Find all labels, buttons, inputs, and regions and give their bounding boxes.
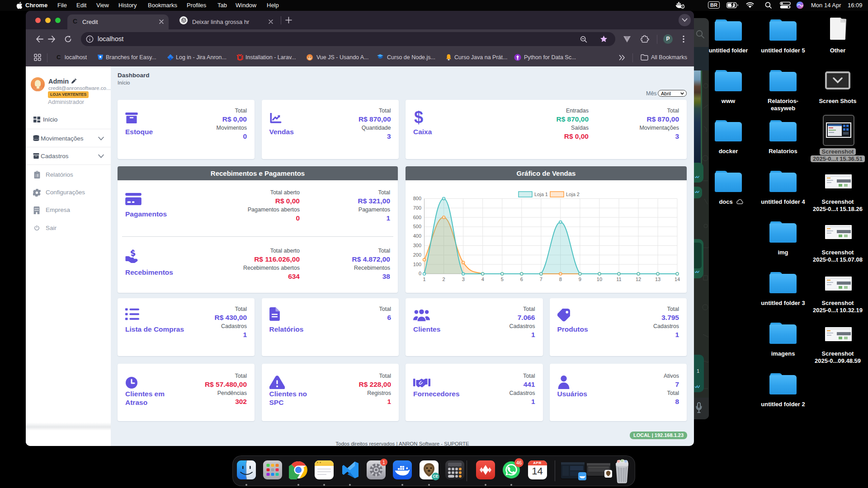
svg-text:8: 8 <box>559 277 562 282</box>
svg-text:14: 14 <box>675 277 680 282</box>
svg-text:Loja 2: Loja 2 <box>566 192 580 197</box>
svg-text:Loja 1: Loja 1 <box>534 192 548 197</box>
svg-text:3: 3 <box>462 277 465 282</box>
svg-text:5: 5 <box>501 277 504 282</box>
svg-text:1: 1 <box>423 277 425 282</box>
svg-text:6: 6 <box>520 277 523 282</box>
svg-text:400: 400 <box>413 233 421 239</box>
svg-text:500: 500 <box>413 224 421 229</box>
svg-text:9: 9 <box>579 277 581 282</box>
svg-text:11: 11 <box>616 277 621 282</box>
svg-text:300: 300 <box>413 243 421 248</box>
svg-text:600: 600 <box>413 215 421 220</box>
svg-text:12: 12 <box>636 277 641 282</box>
svg-text:13: 13 <box>655 277 660 282</box>
svg-text:2: 2 <box>443 277 445 282</box>
svg-text:700: 700 <box>413 205 421 211</box>
svg-text:4: 4 <box>481 277 484 282</box>
svg-text:200: 200 <box>413 252 421 258</box>
svg-text:10: 10 <box>597 277 602 282</box>
svg-text:0: 0 <box>419 271 421 276</box>
svg-text:800: 800 <box>413 196 421 201</box>
svg-text:100: 100 <box>413 262 421 267</box>
svg-text:7: 7 <box>540 277 542 282</box>
